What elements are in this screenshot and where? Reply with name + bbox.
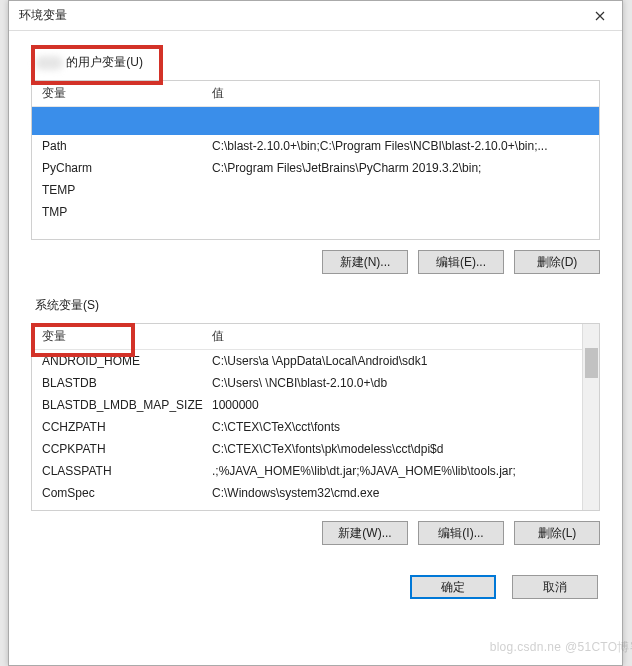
cell-var: ComSpec <box>42 485 212 501</box>
cell-var: ANDROID_HOME <box>42 353 212 369</box>
user-table-body: Path C:\blast-2.10.0+\bin;C:\Program Fil… <box>32 107 599 239</box>
table-row[interactable] <box>32 107 599 135</box>
system-vars-buttons: 新建(W)... 编辑(I)... 删除(L) <box>31 521 600 545</box>
table-row[interactable]: TEMP <box>32 179 599 201</box>
col-header-variable[interactable]: 变量 <box>42 328 212 345</box>
system-vars-section: 系统变量(S) 变量 值 ANDROID_HOME C:\Users\a \Ap… <box>31 294 600 545</box>
cell-var: TEMP <box>42 182 212 198</box>
table-row[interactable]: CCPKPATH C:\CTEX\CTeX\fonts\pk\modeless\… <box>32 438 599 460</box>
cell-var: Path <box>42 138 212 154</box>
cell-val: C:\Users\ \NCBI\blast-2.10.0+\db <box>212 375 599 391</box>
new-user-var-button[interactable]: 新建(N)... <box>322 250 408 274</box>
cell-val: C:\blast-2.10.0+\bin;C:\Program Files\NC… <box>212 138 599 154</box>
edit-user-var-button[interactable]: 编辑(E)... <box>418 250 504 274</box>
table-row[interactable]: CCHZPATH C:\CTEX\CTeX\cct\fonts <box>32 416 599 438</box>
table-row[interactable]: ANDROID_HOME C:\Users\a \AppData\Local\A… <box>32 350 599 372</box>
cell-var: CLASSPATH <box>42 463 212 479</box>
table-row[interactable]: PyCharm C:\Program Files\JetBrains\PyCha… <box>32 157 599 179</box>
system-vars-table[interactable]: 变量 值 ANDROID_HOME C:\Users\a \AppData\Lo… <box>31 323 600 511</box>
cell-val: C:\Users\a \AppData\Local\Android\sdk1 <box>212 353 599 369</box>
table-row[interactable]: BLASTDB C:\Users\ \NCBI\blast-2.10.0+\db <box>32 372 599 394</box>
cell-val: .;%JAVA_HOME%\lib\dt.jar;%JAVA_HOME%\lib… <box>212 463 599 479</box>
table-row[interactable]: Path C:\blast-2.10.0+\bin;C:\Program Fil… <box>32 135 599 157</box>
scroll-thumb[interactable] <box>585 348 598 378</box>
delete-system-var-button[interactable]: 删除(L) <box>514 521 600 545</box>
close-icon <box>595 11 605 21</box>
cell-var <box>42 110 212 132</box>
cell-var: CCPKPATH <box>42 441 212 457</box>
user-table-header: 变量 值 <box>32 81 599 107</box>
dialog-content: 的用户变量(U) 变量 值 Path C:\blast-2.10.0+\bin;… <box>9 31 622 613</box>
user-vars-label-text: 的用户变量(U) <box>66 55 143 69</box>
system-vars-label: 系统变量(S) <box>31 294 103 317</box>
new-system-var-button[interactable]: 新建(W)... <box>322 521 408 545</box>
ok-button[interactable]: 确定 <box>410 575 496 599</box>
cell-val: C:\Windows\system32\cmd.exe <box>212 485 599 501</box>
cell-var: CCHZPATH <box>42 419 212 435</box>
col-header-value[interactable]: 值 <box>212 85 599 102</box>
dialog-title: 环境变量 <box>19 7 67 24</box>
titlebar: 环境变量 <box>9 1 622 31</box>
user-vars-section: 的用户变量(U) 变量 值 Path C:\blast-2.10.0+\bin;… <box>31 51 600 274</box>
system-vars-scrollbar[interactable] <box>582 324 599 510</box>
cell-var: TMP <box>42 204 212 220</box>
env-vars-dialog: 环境变量 的用户变量(U) 变量 值 <box>8 0 623 666</box>
cell-val <box>212 204 599 220</box>
close-button[interactable] <box>578 1 622 31</box>
edit-system-var-button[interactable]: 编辑(I)... <box>418 521 504 545</box>
cell-var: PyCharm <box>42 160 212 176</box>
dialog-footer: 确定 取消 <box>31 575 600 599</box>
cell-var: BLASTDB <box>42 375 212 391</box>
table-row[interactable]: TMP <box>32 201 599 223</box>
cancel-button[interactable]: 取消 <box>512 575 598 599</box>
col-header-variable[interactable]: 变量 <box>42 85 212 102</box>
col-header-value[interactable]: 值 <box>212 328 599 345</box>
delete-user-var-button[interactable]: 删除(D) <box>514 250 600 274</box>
cell-val: C:\CTEX\CTeX\cct\fonts <box>212 419 599 435</box>
system-table-body: ANDROID_HOME C:\Users\a \AppData\Local\A… <box>32 350 599 510</box>
table-row[interactable]: BLASTDB_LMDB_MAP_SIZE 1000000 <box>32 394 599 416</box>
system-table-header: 变量 值 <box>32 324 599 350</box>
cell-var: BLASTDB_LMDB_MAP_SIZE <box>42 397 212 413</box>
cell-val <box>212 110 599 132</box>
cell-val: C:\CTEX\CTeX\fonts\pk\modeless\cct\dpi$d <box>212 441 599 457</box>
cell-val: 1000000 <box>212 397 599 413</box>
user-vars-table[interactable]: 变量 值 Path C:\blast-2.10.0+\bin;C:\Progra… <box>31 80 600 240</box>
cell-val <box>212 182 599 198</box>
table-row[interactable]: CLASSPATH .;%JAVA_HOME%\lib\dt.jar;%JAVA… <box>32 460 599 482</box>
table-row[interactable]: ComSpec C:\Windows\system32\cmd.exe <box>32 482 599 504</box>
cell-val: C:\Program Files\JetBrains\PyCharm 2019.… <box>212 160 599 176</box>
user-vars-label: 的用户变量(U) <box>31 51 147 74</box>
user-vars-buttons: 新建(N)... 编辑(E)... 删除(D) <box>31 250 600 274</box>
